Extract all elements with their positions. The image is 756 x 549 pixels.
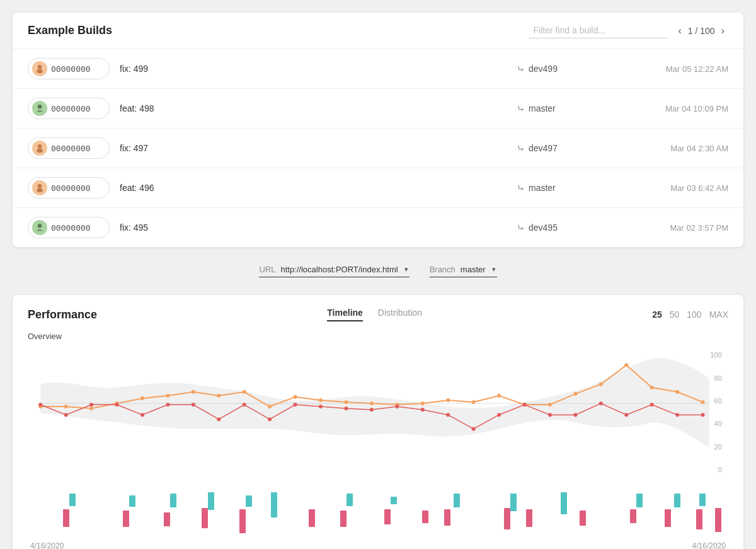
table-row[interactable]: 00000000 fix: 495 ⤷ dev495 Mar 02 3:57 P… <box>13 208 743 247</box>
svg-point-27 <box>344 400 348 404</box>
branch-name: dev497 <box>529 143 558 153</box>
tab-timeline[interactable]: Timeline <box>327 308 363 321</box>
svg-point-57 <box>421 408 425 412</box>
svg-text:100: 100 <box>710 351 722 359</box>
svg-rect-86 <box>202 508 208 528</box>
build-id-text: 00000000 <box>51 104 91 113</box>
branch-name: master <box>529 103 556 113</box>
branch-control-group: Branch master ▾ <box>430 265 497 277</box>
avatar <box>32 101 47 116</box>
builds-card: Example Builds ‹ 1 / 100 › 00000000 fix:… <box>13 13 743 247</box>
table-row[interactable]: 00000000 feat: 498 ⤷ master Mar 04 10:09… <box>13 89 743 129</box>
perf-title: Performance <box>28 308 97 321</box>
build-id-pill: 00000000 <box>28 98 110 119</box>
svg-text:80: 80 <box>714 374 722 382</box>
svg-point-59 <box>472 427 476 431</box>
svg-point-2 <box>38 105 42 109</box>
build-branch: ⤷ master <box>517 182 617 194</box>
build-name: fix: 495 <box>120 222 507 233</box>
tab-distribution[interactable]: Distribution <box>378 308 422 321</box>
svg-rect-90 <box>384 509 391 524</box>
svg-point-1 <box>37 69 42 74</box>
table-row[interactable]: 00000000 fix: 499 ⤷ dev499 Mar 05 12:22 … <box>13 49 743 89</box>
svg-point-17 <box>89 407 93 410</box>
svg-point-67 <box>675 413 679 417</box>
build-rows-container: 00000000 fix: 499 ⤷ dev499 Mar 05 12:22 … <box>13 49 743 247</box>
svg-point-21 <box>192 390 195 394</box>
build-name: feat: 498 <box>120 103 507 113</box>
svg-point-44 <box>89 403 93 407</box>
build-name: feat: 496 <box>120 183 507 193</box>
pagination-next-button[interactable]: › <box>718 24 728 38</box>
chart-container: 100 80 60 40 20 0 <box>28 346 728 549</box>
svg-point-50 <box>243 403 246 407</box>
svg-point-32 <box>472 400 476 404</box>
svg-point-66 <box>650 403 654 407</box>
table-row[interactable]: 00000000 fix: 497 ⤷ dev497 Mar 04 2:30 A… <box>13 129 743 168</box>
build-date: Mar 04 10:09 PM <box>627 104 728 113</box>
url-value: http://localhost:PORT/index.html <box>280 265 398 274</box>
svg-point-26 <box>319 398 323 402</box>
svg-point-55 <box>370 408 374 412</box>
perf-counts: 25 50 100 MAX <box>652 309 728 320</box>
svg-point-3 <box>38 144 42 149</box>
svg-point-33 <box>497 394 501 398</box>
svg-point-31 <box>446 398 450 402</box>
svg-rect-77 <box>454 494 460 507</box>
table-row[interactable]: 00000000 feat: 496 ⤷ master Mar 03 6:42 … <box>13 168 743 208</box>
svg-rect-91 <box>422 511 428 523</box>
svg-point-47 <box>166 403 169 407</box>
svg-point-4 <box>37 149 42 153</box>
build-branch: ⤷ dev499 <box>517 63 617 75</box>
builds-title: Example Builds <box>28 24 112 37</box>
svg-point-49 <box>217 417 220 421</box>
svg-rect-70 <box>129 495 135 507</box>
svg-point-53 <box>319 405 323 408</box>
svg-point-64 <box>599 402 603 405</box>
bar-chart <box>28 490 728 535</box>
count-max[interactable]: MAX <box>709 309 728 320</box>
count-50[interactable]: 50 <box>670 309 680 320</box>
perf-tabs: Timeline Distribution <box>327 308 422 321</box>
svg-point-45 <box>115 403 119 407</box>
performance-chart: 100 80 60 40 20 0 <box>28 346 728 486</box>
svg-rect-71 <box>170 494 176 507</box>
avatar <box>32 141 47 156</box>
svg-rect-94 <box>526 509 532 527</box>
svg-rect-75 <box>346 494 353 506</box>
filter-input[interactable] <box>529 23 667 38</box>
build-id-text: 00000000 <box>51 223 91 233</box>
svg-rect-84 <box>123 511 129 527</box>
branch-label: Branch <box>430 265 455 274</box>
svg-point-37 <box>599 383 603 386</box>
svg-point-51 <box>268 417 272 421</box>
svg-point-52 <box>294 403 297 407</box>
branch-name: dev499 <box>529 64 558 74</box>
svg-point-40 <box>675 390 679 394</box>
svg-point-61 <box>522 403 526 407</box>
svg-text:0: 0 <box>718 466 722 473</box>
build-id-text: 00000000 <box>51 183 91 193</box>
svg-point-0 <box>38 65 42 69</box>
count-100[interactable]: 100 <box>687 309 701 320</box>
svg-rect-79 <box>561 492 567 514</box>
svg-point-42 <box>38 403 42 407</box>
branch-name: master <box>529 183 556 193</box>
branch-dropdown-button[interactable]: ▾ <box>491 265 497 274</box>
svg-point-68 <box>701 413 705 417</box>
svg-text:40: 40 <box>714 420 722 427</box>
avatar <box>32 61 47 76</box>
chart-dates: 4/16/2020 4/16/2020 <box>28 541 728 549</box>
svg-point-43 <box>64 413 68 417</box>
svg-point-25 <box>294 395 297 399</box>
svg-rect-87 <box>239 509 246 533</box>
branch-icon: ⤷ <box>517 63 525 75</box>
branch-icon: ⤷ <box>517 103 525 115</box>
svg-point-65 <box>624 413 628 417</box>
url-dropdown-button[interactable]: ▾ <box>403 265 410 274</box>
svg-point-39 <box>650 386 654 390</box>
count-25[interactable]: 25 <box>652 309 662 320</box>
pagination-prev-button[interactable]: ‹ <box>675 24 685 38</box>
avatar <box>32 220 47 235</box>
svg-point-56 <box>395 405 399 408</box>
